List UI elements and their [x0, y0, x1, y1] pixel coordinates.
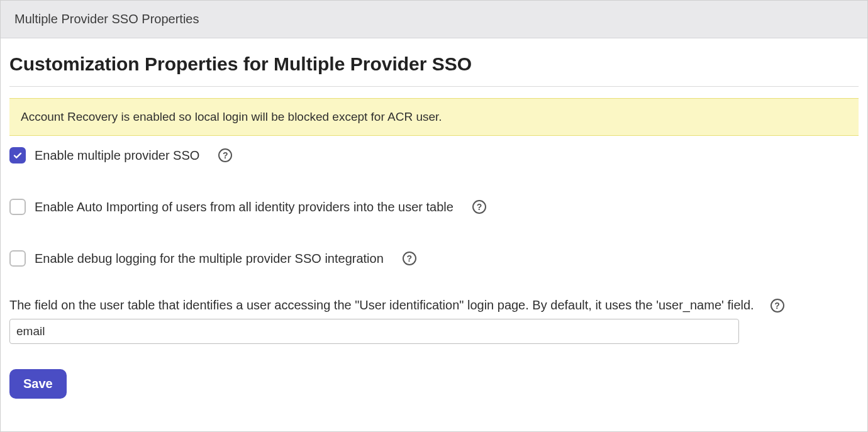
checkbox-debug-log[interactable]: [9, 250, 26, 267]
help-icon[interactable]: ?: [472, 200, 486, 214]
user-field-block: The field on the user table that identif…: [9, 298, 859, 344]
info-banner-text: Account Recovery is enabled so local log…: [21, 110, 442, 123]
page-title: Customization Properties for Multiple Pr…: [9, 53, 859, 75]
check-icon: [13, 150, 23, 160]
window-titlebar: Multiple Provider SSO Properties: [1, 1, 867, 38]
option-row-debug-log: Enable debug logging for the multiple pr…: [9, 250, 859, 267]
label-auto-import: Enable Auto Importing of users from all …: [35, 200, 453, 214]
help-icon[interactable]: ?: [218, 148, 232, 162]
save-button[interactable]: Save: [9, 369, 67, 399]
info-banner: Account Recovery is enabled so local log…: [9, 98, 859, 136]
content-area: Customization Properties for Multiple Pr…: [1, 38, 867, 431]
properties-window: Multiple Provider SSO Properties Customi…: [0, 0, 868, 432]
label-enable-sso: Enable multiple provider SSO: [35, 148, 199, 163]
window-title: Multiple Provider SSO Properties: [14, 12, 199, 26]
divider: [9, 86, 859, 87]
label-debug-log: Enable debug logging for the multiple pr…: [35, 252, 384, 266]
option-row-enable-sso: Enable multiple provider SSO ?: [9, 147, 859, 163]
user-field-label: The field on the user table that identif…: [9, 298, 754, 313]
help-icon[interactable]: ?: [771, 299, 784, 313]
checkbox-enable-sso[interactable]: [9, 147, 26, 163]
user-field-input[interactable]: [9, 319, 739, 344]
help-icon[interactable]: ?: [403, 252, 416, 265]
checkbox-auto-import[interactable]: [9, 199, 26, 215]
user-field-label-row: The field on the user table that identif…: [9, 298, 859, 313]
option-row-auto-import: Enable Auto Importing of users from all …: [9, 199, 859, 215]
